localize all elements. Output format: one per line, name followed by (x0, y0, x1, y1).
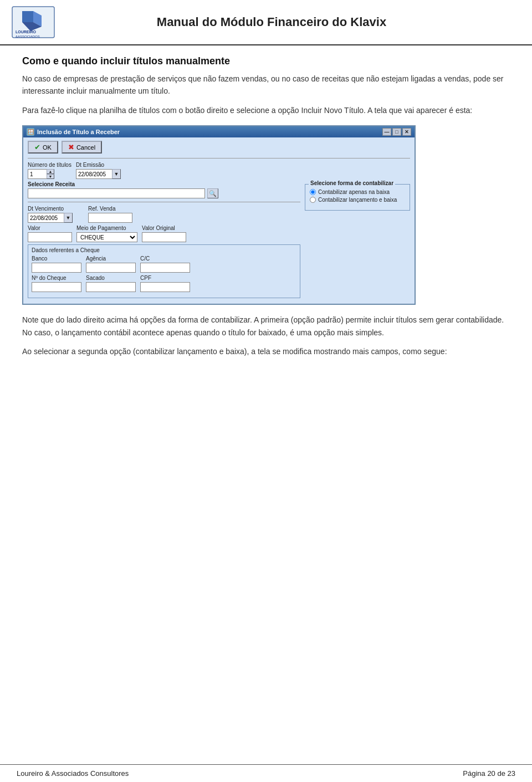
paragraph-3: Note que do lado direito acima há opções… (22, 314, 510, 339)
cancel-button[interactable]: ✖ Cancel (62, 141, 102, 154)
cancel-icon: ✖ (68, 143, 74, 151)
field-banco: Banco (32, 255, 81, 273)
field-cpf: CPF (140, 275, 190, 292)
toolbar-divider (28, 158, 410, 159)
dialog-title: Inclusão de Título a Receber (37, 129, 120, 135)
meio-pagamento-select-wrapper[interactable]: CHEQUE DINHEIRO CARTÃO TRANSFERÊNCIA (76, 232, 137, 242)
maximize-button[interactable]: □ (392, 128, 401, 136)
svg-text:&ASSOCIADOS: &ASSOCIADOS (16, 35, 40, 38)
cc-label: C/C (140, 255, 190, 262)
field-numero-titulos: Número de títulos ▲ ▼ (28, 162, 71, 179)
dt-emissao-dropdown-btn[interactable]: ▼ (112, 169, 121, 179)
spin-buttons[interactable]: ▲ ▼ (47, 169, 54, 179)
close-button[interactable]: ✕ (402, 128, 411, 136)
contabilizar-groupbox: Selecione forma de contabilizar Contabil… (305, 184, 410, 211)
page-footer: Loureiro & Associados Consultores Página… (0, 764, 532, 782)
radio-apenas-baixa[interactable] (310, 189, 316, 195)
numero-titulos-spin[interactable]: ▲ ▼ (28, 169, 71, 179)
ok-button[interactable]: ✔ OK (28, 141, 58, 154)
banco-input[interactable] (32, 263, 81, 273)
dialog-window: 🪟 Inclusão de Título a Receber — □ ✕ ✔ O… (22, 125, 416, 305)
dt-vencimento-dropdown-btn[interactable]: ▼ (64, 213, 73, 223)
row-cheque-sacado-cpf: Nº do Cheque Sacado CPF (32, 275, 296, 292)
sacado-label: Sacado (86, 275, 136, 281)
radio-row-1: Contabilizar apenas na baixa (310, 189, 405, 195)
dialog-left-panel: Número de títulos ▲ ▼ D (28, 162, 300, 300)
ok-icon: ✔ (34, 143, 40, 151)
agencia-input[interactable] (86, 263, 136, 273)
svg-marker-1 (22, 11, 33, 22)
field-numero-cheque: Nº do Cheque (32, 275, 81, 292)
paragraph-4: Ao selecionar a segunda opção (contabili… (22, 345, 510, 357)
main-content: Como e quando incluir títulos manualment… (0, 55, 532, 357)
numero-cheque-label: Nº do Cheque (32, 275, 81, 281)
meio-pagamento-select[interactable]: CHEQUE DINHEIRO CARTÃO TRANSFERÊNCIA (76, 232, 137, 242)
receita-input[interactable] (28, 188, 205, 198)
field-dt-emissao: Dt Emissão ▼ (76, 162, 121, 179)
footer-left: Loureiro & Associados Consultores (17, 769, 129, 778)
page-title: Manual do Módulo Financeiro do Klavix (66, 15, 521, 29)
page-header: LOUREIRO &ASSOCIADOS Manual do Módulo Fi… (0, 0, 532, 45)
cpf-label: CPF (140, 275, 190, 281)
dialog-app-icon: 🪟 (27, 128, 34, 136)
numero-cheque-input[interactable] (32, 282, 81, 292)
row-vencimento-ref: Dt Vencimento ▼ Ref. Venda (28, 206, 300, 223)
section-heading: Como e quando incluir títulos manualment… (22, 55, 510, 67)
spin-down[interactable]: ▼ (47, 174, 54, 179)
dt-vencimento-input[interactable] (28, 213, 64, 223)
cc-input[interactable] (140, 263, 190, 273)
minimize-button[interactable]: — (382, 128, 391, 136)
dialog-right-panel: Selecione forma de contabilizar Contabil… (305, 162, 410, 300)
footer-right: Página 20 de 23 (463, 769, 515, 778)
valor-original-label: Valor Original (142, 225, 186, 231)
field-cc: C/C (140, 255, 190, 273)
ref-venda-input[interactable] (88, 213, 132, 223)
radio-lancamento-baixa-label: Contabilizar lançamento e baixa (318, 197, 397, 203)
radio-lancamento-baixa[interactable] (310, 197, 316, 203)
field-selecione-receita: Selecione Receita 🔍 (28, 181, 218, 198)
sacado-input[interactable] (86, 282, 136, 292)
svg-text:LOUREIRO: LOUREIRO (16, 30, 37, 34)
numero-titulos-label: Número de títulos (28, 162, 71, 168)
cheque-box-title: Dados referentes a Cheque (32, 247, 296, 253)
window-controls[interactable]: — □ ✕ (382, 128, 411, 136)
dialog-main-layout: Número de títulos ▲ ▼ D (28, 162, 410, 300)
field-ref-venda: Ref. Venda (88, 206, 132, 223)
numero-titulos-input[interactable] (28, 169, 47, 179)
company-logo: LOUREIRO &ASSOCIADOS (11, 6, 55, 39)
row-valor-pagamento: Valor Meio de Pagamento CHEQUE DINHEIRO … (28, 225, 300, 242)
row-banco-agencia-cc: Banco Agência C/C (32, 255, 296, 273)
meio-pagamento-label: Meio de Pagamento (76, 225, 137, 231)
radio-row-2: Contabilizar lançamento e baixa (310, 197, 405, 203)
dt-emissao-input[interactable] (76, 169, 112, 179)
spin-up[interactable]: ▲ (47, 169, 54, 174)
field-valor: Valor (28, 225, 72, 242)
field-dt-vencimento: Dt Vencimento ▼ (28, 206, 73, 223)
row-selecione-receita: Selecione Receita 🔍 (28, 181, 300, 198)
valor-original-input[interactable] (142, 232, 186, 242)
field-sacado: Sacado (86, 275, 136, 292)
receita-input-row: 🔍 (28, 188, 218, 198)
contabilizar-legend: Selecione forma de contabilizar (309, 180, 395, 186)
dt-vencimento-label: Dt Vencimento (28, 206, 73, 212)
receita-search-btn[interactable]: 🔍 (207, 188, 218, 198)
dt-vencimento-datepicker[interactable]: ▼ (28, 213, 73, 223)
radio-apenas-baixa-label: Contabilizar apenas na baixa (318, 189, 390, 195)
cpf-input[interactable] (140, 282, 190, 292)
dialog-body: ✔ OK ✖ Cancel (23, 137, 415, 304)
agencia-label: Agência (86, 255, 136, 262)
ref-venda-label: Ref. Venda (88, 206, 132, 212)
dt-emissao-label: Dt Emissão (76, 162, 121, 168)
dt-emissao-datepicker[interactable]: ▼ (76, 169, 121, 179)
valor-label: Valor (28, 225, 72, 231)
field-valor-original: Valor Original (142, 225, 186, 242)
cheque-groupbox: Dados referentes a Cheque Banco Agência (28, 244, 300, 298)
titlebar-left: 🪟 Inclusão de Título a Receber (27, 128, 120, 136)
field-agencia: Agência (86, 255, 136, 273)
cancel-label: Cancel (76, 144, 95, 151)
valor-input[interactable] (28, 232, 72, 242)
field-meio-pagamento: Meio de Pagamento CHEQUE DINHEIRO CARTÃO… (76, 225, 137, 242)
dialog-container: 🪟 Inclusão de Título a Receber — □ ✕ ✔ O… (22, 125, 510, 305)
dialog-toolbar: ✔ OK ✖ Cancel (28, 141, 410, 154)
ok-label: OK (43, 144, 52, 151)
